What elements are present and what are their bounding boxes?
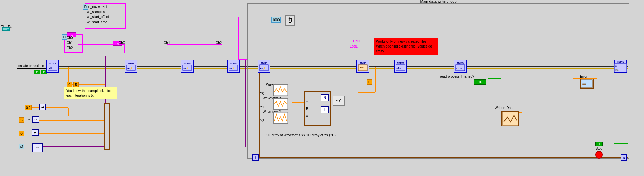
i-label-box: I: [321, 106, 329, 113]
tdms-label-8: TDMS: [457, 62, 464, 64]
wf-samples-label: wf_samples: [87, 10, 105, 14]
waveform-block-3: [273, 112, 288, 124]
tdms-label-5: TDMS: [261, 62, 267, 64]
read-process-label: read process finished?: [440, 75, 474, 78]
comment-yellow: You know that sample size for each itera…: [64, 87, 117, 99]
i0-const-ch: i0: [62, 34, 67, 40]
svg-text:▸≡⚡: ▸≡⚡: [260, 67, 266, 70]
thousand-const: 1000: [271, 17, 281, 23]
tdms-block-9: TDMS i0100: [614, 60, 627, 73]
five-const: 5: [19, 117, 24, 123]
tdms-block-8: TDMS ≡⚡≡: [454, 60, 467, 73]
svg-text:≡⚡≡: ≡⚡≡: [456, 67, 462, 70]
tdms-block-2: TDMS ≡▸⚡: [125, 60, 137, 73]
tf-read-process: TF: [474, 79, 486, 85]
tdms-block-3: TDMS ≡▸⚡: [181, 60, 194, 73]
tdms-label-7: TDMS: [397, 62, 404, 64]
svg-text:≡▸⚡: ≡▸⚡: [183, 67, 189, 70]
arrow3: →: [27, 131, 30, 134]
tdms-block-7: TDMS ≡✤≡: [394, 60, 407, 73]
zero-func-block: ⇄: [32, 129, 39, 136]
iter-terminal-2: N: [621, 154, 627, 161]
svg-text:≡✤≡: ≡✤≡: [396, 67, 401, 69]
tdms-block-1: TDMS ▸≡: [46, 60, 59, 73]
svg-text:B: B: [306, 107, 308, 111]
ch2-label: Ch2: [67, 46, 73, 50]
wf-properties-box: wf_increment wf_samples wf_start_offset …: [85, 3, 126, 29]
y2-label: Y2: [260, 119, 264, 123]
svg-text:≡≡: ≡≡: [582, 82, 586, 86]
stop-circle-icon[interactable]: [595, 151, 603, 159]
stop-button[interactable]: TF Stop: [595, 142, 603, 159]
tdms-label-2: TDMS: [128, 62, 134, 65]
i0-bottom: i0: [19, 144, 24, 149]
y0-label: Y0: [260, 92, 264, 95]
i0-func-block: ≡▸: [32, 143, 43, 152]
waveform-block-2: [273, 98, 288, 110]
tdms-block-5: TDMS ▸≡⚡: [258, 60, 270, 73]
comment-red: Works only on newly created files. When …: [374, 38, 438, 55]
svg-text:✏: ✏: [360, 65, 364, 70]
written-data-indicator: [501, 111, 519, 126]
ch0-label: Ch0: [67, 36, 73, 40]
svg-text:≡▸⚡: ≡▸⚡: [127, 67, 133, 70]
zero-orange-const: 0: [67, 82, 72, 87]
zero-loop-const: 0: [367, 79, 372, 85]
tdms-label-4: TDMS: [230, 62, 237, 65]
n-label-box: N: [321, 94, 329, 101]
array-desc-label: 1D array of waveforms >> 1D array of Ys …: [266, 133, 336, 137]
vi-canvas: File Path Log1 wf_increment wf_samples w…: [0, 0, 644, 176]
file-path-terminal: [2, 27, 10, 31]
tdms-label-1: TDMS: [49, 62, 56, 65]
ch1-label: Ch1: [67, 41, 73, 45]
svg-text:≡: ≡: [306, 100, 308, 104]
written-data-label: Written Data: [495, 106, 513, 110]
main-loop-label: Main data writing loop: [419, 0, 457, 3]
wf-time-label: wf_start_time: [87, 20, 107, 24]
create-replace-label: create or replace: [18, 64, 44, 68]
svg-text:100: 100: [615, 69, 619, 71]
error-label: Error: [580, 75, 587, 78]
dt-label: dt: [19, 105, 21, 109]
y-output-block: ~Y: [333, 96, 345, 106]
log1-right-label: Log1: [350, 44, 358, 48]
waveform-block-1: [273, 84, 288, 96]
iter-terminal-1: i: [252, 154, 259, 161]
ch2-mid-label: Ch2: [216, 41, 222, 45]
svg-rect-74: [274, 99, 288, 109]
stop-tf-indicator: TF: [595, 142, 603, 146]
ch1-mid-label: Ch1: [164, 41, 170, 45]
arrow2: →: [27, 117, 31, 121]
tdms-block-4: TDMS ≡▸⚡: [227, 60, 240, 73]
dt-arrow: →: [34, 105, 38, 109]
i0-const-top: i0: [83, 4, 88, 10]
create-replace-dropdown[interactable]: create or replace ▼: [17, 63, 50, 69]
five-func-block: ⇄: [32, 116, 39, 123]
bool-f-terminal-1: F: [34, 70, 40, 74]
tdms-block-6: TDMS ✏: [356, 60, 369, 73]
tdms-label-6: TDMS: [360, 62, 366, 64]
svg-text:i0: i0: [615, 65, 617, 67]
wf-inc-label: wf_increment: [87, 5, 107, 9]
ch0-mid-label: Ch0: [119, 41, 125, 45]
five-orange-const: 5: [73, 82, 79, 87]
wf-offset-label: wf_start_offset: [87, 15, 109, 19]
svg-rect-49: [2, 27, 9, 31]
svg-text:≡: ≡: [306, 114, 308, 118]
ch0-right-label: Ch0: [353, 39, 360, 43]
tdms-label-3: TDMS: [184, 62, 191, 65]
stop-label: Stop: [596, 147, 603, 150]
dt-value: 0.2: [25, 105, 32, 110]
bundle-block-left: [104, 103, 110, 150]
dt-func-block: ⇄: [39, 104, 46, 110]
zero-const-2: 0: [19, 131, 24, 136]
svg-text:▸≡: ▸≡: [49, 67, 52, 70]
tdms-label-9: TDMS: [617, 60, 624, 63]
svg-text:≡▸⚡: ≡▸⚡: [229, 67, 235, 70]
timer-icon: ⏱: [285, 15, 295, 26]
error-block: ≡≡: [580, 79, 594, 89]
y1-label: Y1: [260, 105, 264, 109]
